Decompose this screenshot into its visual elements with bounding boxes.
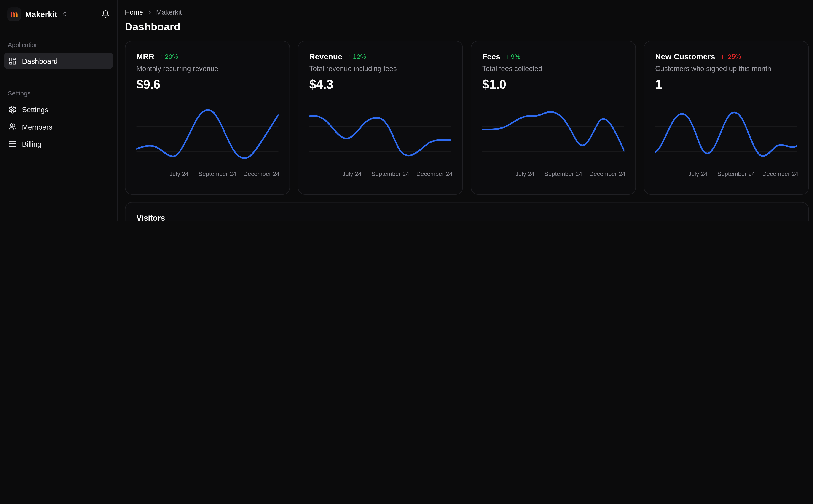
arrow-up-icon: ↑ <box>506 53 509 60</box>
stat-description: Total fees collected <box>482 65 624 72</box>
stat-card-revenue: Revenue ↑12% Total revenue including fee… <box>298 41 463 195</box>
stat-title: New Customers <box>655 52 715 61</box>
x-tick: December 24 <box>762 171 798 177</box>
new-customers-sparkline-chart <box>655 99 797 168</box>
nav-section-settings: Settings <box>8 90 109 97</box>
x-tick: July 24 <box>688 171 707 177</box>
visitors-title: Visitors <box>136 213 797 221</box>
sparkline-x-axis: July 24 September 24 December 24 <box>482 170 624 179</box>
chevrons-up-down-icon[interactable] <box>61 11 68 17</box>
gear-icon <box>8 105 17 114</box>
fees-sparkline-chart <box>482 99 624 168</box>
breadcrumb: Home Makerkit <box>125 8 809 16</box>
breadcrumb-current: Makerkit <box>156 8 181 16</box>
arrow-down-icon: ↓ <box>721 53 724 60</box>
trend-badge: ↑12% <box>348 53 366 60</box>
sparkline-x-axis: July 24 September 24 December 24 <box>309 170 451 179</box>
sidebar: m Makerkit Application Dashboard Setting… <box>0 0 117 221</box>
sidebar-nav: Application Dashboard Settings Settings <box>0 26 117 221</box>
sparkline-x-axis: July 24 September 24 December 24 <box>655 170 797 179</box>
sidebar-item-dashboard[interactable]: Dashboard <box>4 53 113 69</box>
x-tick: December 24 <box>243 171 280 177</box>
stat-value: $1.0 <box>482 77 624 92</box>
stat-title: Fees <box>482 52 500 61</box>
x-tick: September 24 <box>371 171 409 177</box>
stat-cards-row: MRR ↑20% Monthly recurring revenue $9.6 … <box>125 41 809 195</box>
stat-value: 1 <box>655 77 797 92</box>
credit-card-icon <box>8 140 17 148</box>
main-content: Home Makerkit Dashboard MRR ↑20% Monthly… <box>117 0 813 221</box>
notifications-bell-icon[interactable] <box>101 10 110 18</box>
sidebar-item-label: Dashboard <box>22 57 58 65</box>
workspace-selector[interactable]: m Makerkit <box>0 0 117 26</box>
chevron-right-icon <box>146 9 152 15</box>
stat-card-fees: Fees ↑9% Total fees collected $1.0 July … <box>471 41 636 195</box>
breadcrumb-home-link[interactable]: Home <box>125 8 143 16</box>
revenue-sparkline-chart <box>309 99 451 168</box>
trend-badge: ↑9% <box>506 53 520 60</box>
trend-value: 9% <box>511 53 520 60</box>
stat-title: MRR <box>136 52 154 61</box>
mrr-sparkline-chart <box>136 99 278 168</box>
workspace-name: Makerkit <box>25 10 57 19</box>
stat-description: Total revenue including fees <box>309 65 451 72</box>
sidebar-item-label: Members <box>22 122 52 131</box>
arrow-up-icon: ↑ <box>348 53 351 60</box>
trend-value: -25% <box>726 53 741 60</box>
visitors-card: Visitors Showing total visitors for the … <box>125 202 809 221</box>
x-tick: July 24 <box>169 171 188 177</box>
x-tick: July 24 <box>515 171 534 177</box>
arrow-up-icon: ↑ <box>160 53 163 60</box>
sidebar-item-billing[interactable]: Billing <box>4 136 113 152</box>
sidebar-item-label: Settings <box>22 105 48 114</box>
x-tick: September 24 <box>544 171 582 177</box>
sidebar-item-members[interactable]: Members <box>4 119 113 135</box>
sidebar-item-label: Billing <box>22 140 41 148</box>
makerkit-logo: m <box>7 7 21 21</box>
stat-value: $4.3 <box>309 77 451 92</box>
page-title: Dashboard <box>125 21 809 33</box>
trend-badge: ↓-25% <box>721 53 741 60</box>
sidebar-item-settings[interactable]: Settings <box>4 101 113 117</box>
stat-title: Revenue <box>309 52 342 61</box>
dashboard-icon <box>8 57 17 65</box>
trend-badge: ↑20% <box>160 53 178 60</box>
app-window: m Makerkit Application Dashboard Setting… <box>0 0 813 221</box>
stat-description: Monthly recurring revenue <box>136 65 278 72</box>
trend-value: 12% <box>353 53 366 60</box>
nav-section-application: Application <box>8 41 109 48</box>
stat-value: $9.6 <box>136 77 278 92</box>
x-tick: December 24 <box>589 171 626 177</box>
stat-description: Customers who signed up this month <box>655 65 797 72</box>
stat-card-new-customers: New Customers ↓-25% Customers who signed… <box>644 41 809 195</box>
x-tick: July 24 <box>342 171 361 177</box>
x-tick: September 24 <box>717 171 755 177</box>
users-icon <box>8 122 17 131</box>
x-tick: December 24 <box>416 171 453 177</box>
sparkline-x-axis: July 24 September 24 December 24 <box>136 170 278 179</box>
stat-card-mrr: MRR ↑20% Monthly recurring revenue $9.6 … <box>125 41 290 195</box>
trend-value: 20% <box>165 53 178 60</box>
x-tick: September 24 <box>198 171 236 177</box>
